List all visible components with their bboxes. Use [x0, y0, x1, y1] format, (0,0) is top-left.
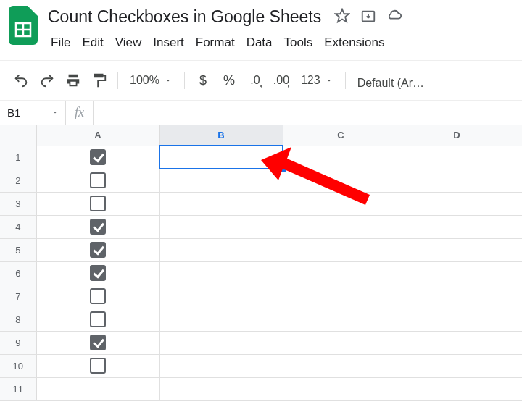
cell[interactable]	[283, 192, 399, 215]
cell[interactable]	[283, 238, 399, 261]
redo-button[interactable]	[35, 68, 59, 93]
undo-button[interactable]	[9, 68, 33, 93]
row-header[interactable]: 2	[0, 169, 36, 192]
cell[interactable]	[160, 285, 283, 308]
fill-handle[interactable]	[281, 167, 286, 172]
cell[interactable]	[283, 331, 399, 354]
cell[interactable]	[160, 192, 283, 215]
cell[interactable]	[36, 354, 160, 377]
row-header[interactable]: 6	[0, 261, 36, 285]
cell[interactable]	[399, 354, 515, 377]
row-header[interactable]: 1	[0, 146, 36, 169]
row-header[interactable]: 10	[0, 354, 36, 377]
cell[interactable]	[36, 377, 160, 400]
row-header[interactable]: 8	[0, 308, 36, 331]
cell[interactable]	[399, 308, 515, 331]
cell[interactable]	[515, 238, 522, 261]
cell[interactable]	[283, 146, 399, 169]
cell[interactable]	[399, 215, 515, 238]
cell[interactable]	[160, 261, 283, 285]
increase-decimal-button[interactable]: .00	[269, 68, 294, 93]
sheets-logo[interactable]	[9, 6, 38, 45]
cell[interactable]	[515, 261, 522, 285]
cell[interactable]	[36, 238, 160, 261]
cell[interactable]	[283, 285, 399, 308]
cell[interactable]	[283, 215, 399, 238]
checkbox-unchecked-icon[interactable]	[90, 288, 106, 304]
cell[interactable]	[36, 331, 160, 354]
cell[interactable]	[36, 169, 160, 192]
row-header[interactable]: 5	[0, 238, 36, 261]
menu-view[interactable]: View	[112, 33, 149, 53]
cell[interactable]	[283, 354, 399, 377]
cell[interactable]	[283, 261, 399, 285]
row-header[interactable]: 4	[0, 215, 36, 238]
move-icon[interactable]	[360, 8, 376, 27]
row-header[interactable]: 3	[0, 192, 36, 215]
menu-file[interactable]: File	[48, 33, 78, 53]
cell[interactable]	[515, 354, 522, 377]
checkbox-unchecked-icon[interactable]	[90, 358, 106, 374]
row-header[interactable]: 9	[0, 331, 36, 354]
cell[interactable]	[515, 146, 522, 169]
menu-data[interactable]: Data	[244, 33, 280, 53]
percent-button[interactable]: %	[217, 68, 241, 93]
cell[interactable]	[36, 261, 160, 285]
cell[interactable]	[399, 331, 515, 354]
spreadsheet-grid[interactable]: ABCD1234567891011	[0, 125, 522, 401]
cell[interactable]	[160, 215, 283, 238]
formula-input[interactable]	[93, 101, 522, 125]
menu-format[interactable]: Format	[193, 33, 242, 53]
decrease-decimal-button[interactable]: .0	[243, 68, 268, 93]
column-header-D[interactable]: D	[399, 125, 515, 146]
row-header[interactable]: 7	[0, 285, 36, 308]
cell[interactable]	[399, 192, 515, 215]
cell[interactable]	[515, 377, 522, 400]
menu-edit[interactable]: Edit	[79, 33, 110, 53]
cell[interactable]	[399, 169, 515, 192]
cell[interactable]	[515, 169, 522, 192]
print-button[interactable]	[61, 68, 86, 93]
cell[interactable]	[36, 215, 160, 238]
cell[interactable]	[283, 308, 399, 331]
cell[interactable]	[399, 146, 515, 169]
checkbox-checked-icon[interactable]	[90, 149, 106, 165]
menu-extensions[interactable]: Extensions	[321, 33, 392, 53]
cell[interactable]	[515, 215, 522, 238]
column-header-A[interactable]: A	[36, 125, 160, 146]
cell[interactable]	[36, 285, 160, 308]
cell[interactable]	[160, 238, 283, 261]
star-icon[interactable]	[334, 8, 350, 27]
zoom-dropdown[interactable]: 100%	[124, 74, 178, 87]
cell[interactable]	[283, 377, 399, 400]
checkbox-unchecked-icon[interactable]	[90, 311, 106, 327]
checkbox-unchecked-icon[interactable]	[90, 196, 106, 211]
column-header-B[interactable]: B	[160, 125, 283, 146]
cell[interactable]	[160, 169, 283, 192]
cell[interactable]	[515, 192, 522, 215]
cell[interactable]	[160, 377, 283, 400]
cell[interactable]	[515, 285, 522, 308]
cell[interactable]	[399, 261, 515, 285]
font-dropdown[interactable]: Default (Ari…	[352, 71, 431, 90]
cell[interactable]	[399, 238, 515, 261]
select-all-corner[interactable]	[0, 125, 36, 146]
more-formats-dropdown[interactable]: 123	[295, 74, 339, 87]
cloud-icon[interactable]	[386, 8, 402, 27]
cell[interactable]	[160, 146, 283, 169]
cell[interactable]	[36, 192, 160, 215]
paint-format-button[interactable]	[87, 68, 112, 93]
row-header[interactable]: 11	[0, 377, 36, 400]
cell[interactable]	[399, 377, 515, 400]
cell[interactable]	[160, 331, 283, 354]
checkbox-checked-icon[interactable]	[90, 242, 106, 258]
menu-tools[interactable]: Tools	[281, 33, 320, 53]
cell[interactable]	[515, 308, 522, 331]
cell[interactable]	[160, 354, 283, 377]
cell[interactable]	[399, 285, 515, 308]
cell[interactable]	[515, 331, 522, 354]
cell[interactable]	[283, 169, 399, 192]
cell[interactable]	[160, 308, 283, 331]
cell[interactable]	[36, 308, 160, 331]
name-box[interactable]: B1	[0, 106, 65, 119]
